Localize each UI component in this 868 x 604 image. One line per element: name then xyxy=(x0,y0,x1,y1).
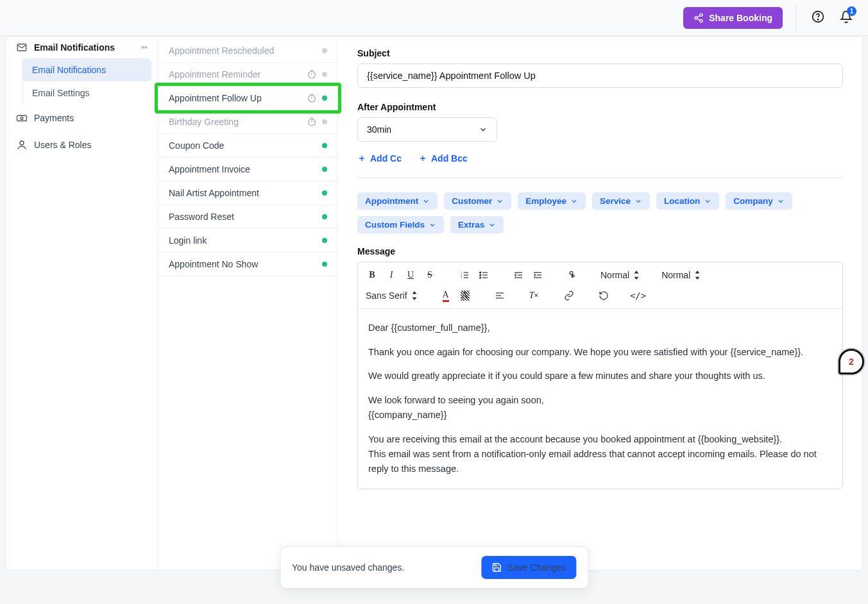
ordered-list-button[interactable]: 123 xyxy=(455,266,473,284)
status-dot xyxy=(322,262,327,267)
placeholder-tag-label: Employee xyxy=(525,196,566,206)
notification-row[interactable]: Appointment Reminder xyxy=(158,63,337,87)
notification-row[interactable]: Password Reset xyxy=(158,205,337,229)
payments-icon xyxy=(16,112,28,124)
notification-row[interactable]: Appointment Follow Up xyxy=(158,87,337,110)
notification-row[interactable]: Coupon Code xyxy=(158,134,337,158)
svg-line-3 xyxy=(697,15,701,17)
notification-label: Appointment No Show xyxy=(169,259,322,269)
chevron-down-icon xyxy=(777,197,785,205)
chevron-down-icon xyxy=(634,197,642,205)
updown-icon xyxy=(633,271,640,280)
undo-button[interactable] xyxy=(595,287,613,305)
editor-body[interactable]: Dear {{customer_full_name}}, Thank you o… xyxy=(358,309,842,489)
notifications-button[interactable]: 1 xyxy=(837,8,855,28)
message-line: You are receiving this email at the acco… xyxy=(368,432,832,477)
notification-row[interactable]: Birthday Greeting xyxy=(158,110,337,134)
indent-button[interactable] xyxy=(529,266,547,284)
svg-point-6 xyxy=(817,19,818,20)
heading-select-2-value: Normal xyxy=(661,270,690,280)
svg-line-4 xyxy=(697,19,701,21)
code-view-button[interactable]: </> xyxy=(629,287,647,305)
notification-label: Appointment Invoice xyxy=(169,164,322,174)
after-appointment-value: 30min xyxy=(367,124,391,135)
svg-point-9 xyxy=(21,117,23,120)
strike-button[interactable]: S xyxy=(421,266,439,284)
bold-button[interactable]: B xyxy=(363,266,381,284)
highlight-button[interactable]: A xyxy=(456,287,474,305)
notification-label: Coupon Code xyxy=(169,140,322,151)
notification-row[interactable]: Appointment Invoice xyxy=(158,158,337,181)
sidebar-item-payments[interactable]: Payments xyxy=(12,105,151,131)
sidebar-item-email-settings[interactable]: Email Settings xyxy=(23,81,151,105)
status-dot xyxy=(322,167,327,172)
subject-input[interactable] xyxy=(357,63,843,88)
save-changes-button[interactable]: Save Changes xyxy=(481,556,576,576)
svg-point-36 xyxy=(480,274,481,276)
message-line: Thank you once again for choosing our co… xyxy=(368,345,832,360)
unsaved-changes-msg: You have unsaved changes. xyxy=(292,562,404,573)
share-booking-button[interactable]: Share Booking xyxy=(683,7,783,29)
italic-button[interactable]: I xyxy=(382,266,400,284)
heading-select-1[interactable]: Normal xyxy=(598,267,642,283)
users-icon xyxy=(16,139,28,151)
notification-editor: Subject After Appointment 30min Add Cc A… xyxy=(338,37,862,570)
status-dot xyxy=(322,119,327,124)
notification-label: Nail Artist Appointment xyxy=(169,188,322,198)
after-appointment-select[interactable]: 30min xyxy=(357,117,497,142)
placeholder-tag[interactable]: Location xyxy=(656,192,719,210)
topbar: Share Booking 1 xyxy=(0,0,868,36)
link-button[interactable] xyxy=(560,287,578,305)
status-dot xyxy=(322,238,327,243)
help-icon xyxy=(812,10,824,23)
sidebar-item-users-roles[interactable]: Users & Roles xyxy=(12,131,151,158)
underline-button[interactable]: U xyxy=(402,266,420,284)
placeholder-tag[interactable]: Custom Fields xyxy=(357,216,444,233)
bullet-list-button[interactable] xyxy=(475,266,493,284)
notifications-badge: 1 xyxy=(847,6,856,16)
font-select-value: Sans Serif xyxy=(366,290,407,301)
add-cc-button[interactable]: Add Cc xyxy=(357,153,402,164)
svg-marker-45 xyxy=(634,271,639,273)
text-color-button[interactable]: A xyxy=(437,287,455,305)
font-select[interactable]: Sans Serif xyxy=(363,288,420,303)
status-dot xyxy=(322,190,327,196)
svg-point-13 xyxy=(309,71,316,78)
placeholder-tag[interactable]: Customer xyxy=(444,192,511,210)
status-dot xyxy=(322,96,327,101)
editor-toolbar: B I U S 123 Normal Normal xyxy=(358,262,842,309)
svg-marker-47 xyxy=(695,271,700,273)
align-button[interactable] xyxy=(491,287,509,305)
notification-row[interactable]: Nail Artist Appointment xyxy=(158,181,337,205)
sidebar-item-email-notifications[interactable]: Email Notifications xyxy=(23,58,151,81)
page-body: Email Notifications •• Email Notificatio… xyxy=(5,36,863,571)
placeholder-tag-label: Customer xyxy=(452,196,492,206)
help-button[interactable] xyxy=(809,8,827,28)
outdent-button[interactable] xyxy=(509,266,527,284)
notification-row[interactable]: Appointment No Show xyxy=(158,253,337,276)
placeholder-tag[interactable]: Extras xyxy=(450,216,504,233)
clear-format-button[interactable]: T✕ xyxy=(525,287,543,305)
placeholder-tag-label: Appointment xyxy=(365,196,418,206)
notification-label: Login link xyxy=(169,235,322,246)
separator xyxy=(796,5,796,31)
svg-point-2 xyxy=(700,19,702,22)
sidebar-group-email-notifications[interactable]: Email Notifications •• xyxy=(12,37,151,58)
text-direction-button[interactable] xyxy=(563,266,581,284)
share-booking-label: Share Booking xyxy=(709,13,772,23)
save-changes-label: Save Changes xyxy=(507,562,566,573)
plus-icon xyxy=(357,154,366,163)
placeholder-tag[interactable]: Service xyxy=(592,192,650,210)
svg-point-12 xyxy=(20,141,24,145)
heading-select-2[interactable]: Normal xyxy=(659,267,703,283)
updown-icon xyxy=(411,291,418,300)
placeholder-tag[interactable]: Appointment xyxy=(357,192,438,210)
sidebar: Email Notifications •• Email Notificatio… xyxy=(6,37,158,570)
placeholder-tag[interactable]: Company xyxy=(726,192,792,210)
notification-row[interactable]: Appointment Rescheduled xyxy=(158,39,337,63)
feedback-bubble[interactable]: 2 xyxy=(838,349,864,374)
placeholder-tag[interactable]: Employee xyxy=(518,192,586,210)
message-editor: B I U S 123 Normal Normal xyxy=(357,262,843,489)
notification-row[interactable]: Login link xyxy=(158,229,337,253)
add-bcc-button[interactable]: Add Bcc xyxy=(418,153,468,164)
